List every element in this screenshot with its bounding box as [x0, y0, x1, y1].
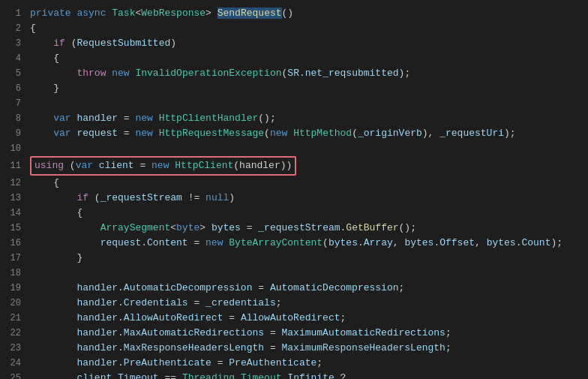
line-content: request.Content = new ByteArrayContent(b… — [30, 236, 582, 251]
code-line: 5 throw new InvalidOperationException(SR… — [0, 66, 588, 81]
line-content: handler.AutomaticDecompression = Automat… — [30, 281, 582, 296]
line-number: 5 — [0, 66, 30, 81]
code-line: 20 handler.Credentials = _credentials; — [0, 296, 588, 311]
code-line: 18 — [0, 266, 588, 281]
code-line: 13 if (_requestStream != null) — [0, 191, 588, 206]
line-number: 7 — [0, 96, 30, 111]
line-number: 24 — [0, 356, 30, 371]
code-line: 6 } — [0, 81, 588, 96]
line-number: 11 — [0, 158, 30, 173]
code-line: 21 handler.AllowAutoRedirect = AllowAuto… — [0, 311, 588, 326]
code-line: 23 handler.MaxResponseHeadersLength = Ma… — [0, 341, 588, 356]
line-number: 17 — [0, 251, 30, 266]
line-number: 3 — [0, 36, 30, 51]
highlighted-method: SendRequest — [218, 8, 282, 19]
line-number: 14 — [0, 206, 30, 221]
line-content: } — [30, 81, 582, 96]
line-number: 12 — [0, 176, 30, 191]
line-number: 4 — [0, 51, 30, 66]
using-highlight: using (var client = new HttpClient(handl… — [30, 156, 296, 176]
code-line: 12 { — [0, 176, 588, 191]
line-content: client.Timeout == Threading.Timeout.Infi… — [30, 371, 582, 379]
code-line: 4 { — [0, 51, 588, 66]
code-line: 15 ArraySegment<byte> bytes = _requestSt… — [0, 221, 588, 236]
line-content: handler.MaxAutomaticRedirections = Maxim… — [30, 326, 582, 341]
line-content: handler.Credentials = _credentials; — [30, 296, 582, 311]
code-line: 2{ — [0, 21, 588, 36]
code-line: 17 } — [0, 251, 588, 266]
line-number: 18 — [0, 266, 30, 281]
line-number: 25 — [0, 371, 30, 379]
line-content: if (RequestSubmitted) — [30, 36, 582, 51]
line-content: handler.MaxResponseHeadersLength = Maxim… — [30, 341, 582, 356]
line-content: { — [30, 176, 582, 191]
line-content: using (var client = new HttpClient(handl… — [30, 156, 582, 176]
line-content: var request = new HttpRequestMessage(new… — [30, 126, 582, 141]
code-editor: 1private async Task<WebResponse> SendReq… — [0, 0, 588, 379]
line-number: 13 — [0, 191, 30, 206]
line-content: ArraySegment<byte> bytes = _requestStrea… — [30, 221, 582, 236]
line-content: { — [30, 206, 582, 221]
line-number: 1 — [0, 6, 30, 21]
code-line: 22 handler.MaxAutomaticRedirections = Ma… — [0, 326, 588, 341]
code-line: 16 request.Content = new ByteArrayConten… — [0, 236, 588, 251]
line-number: 6 — [0, 81, 30, 96]
line-content: handler.AllowAutoRedirect = AllowAutoRed… — [30, 311, 582, 326]
code-container: 1private async Task<WebResponse> SendReq… — [0, 0, 588, 379]
line-number: 16 — [0, 236, 30, 251]
line-number: 20 — [0, 296, 30, 311]
code-line: 1private async Task<WebResponse> SendReq… — [0, 6, 588, 21]
line-number: 23 — [0, 341, 30, 356]
line-content: } — [30, 251, 582, 266]
code-line: 19 handler.AutomaticDecompression = Auto… — [0, 281, 588, 296]
line-content: private async Task<WebResponse> SendRequ… — [30, 6, 582, 21]
code-line: 7 — [0, 96, 588, 111]
line-content: handler.PreAuthenticate = PreAuthenticat… — [30, 356, 582, 371]
code-line: 8 var handler = new HttpClientHandler(); — [0, 111, 588, 126]
line-number: 22 — [0, 326, 30, 341]
line-number: 2 — [0, 21, 30, 36]
line-number: 21 — [0, 311, 30, 326]
line-number: 8 — [0, 111, 30, 126]
line-number: 9 — [0, 126, 30, 141]
line-number: 15 — [0, 221, 30, 236]
line-number: 19 — [0, 281, 30, 296]
code-line: 3 if (RequestSubmitted) — [0, 36, 588, 51]
code-line: 9 var request = new HttpRequestMessage(n… — [0, 126, 588, 141]
code-line: 10 — [0, 141, 588, 156]
code-line: 14 { — [0, 206, 588, 221]
line-content: var handler = new HttpClientHandler(); — [30, 111, 582, 126]
code-line: 11using (var client = new HttpClient(han… — [0, 156, 588, 176]
code-line: 25 client.Timeout == Threading.Timeout.I… — [0, 371, 588, 379]
line-number: 10 — [0, 141, 30, 156]
line-content: if (_requestStream != null) — [30, 191, 582, 206]
line-content: throw new InvalidOperationException(SR.n… — [30, 66, 582, 81]
line-content: { — [30, 51, 582, 66]
code-line: 24 handler.PreAuthenticate = PreAuthenti… — [0, 356, 588, 371]
line-content: { — [30, 21, 582, 36]
